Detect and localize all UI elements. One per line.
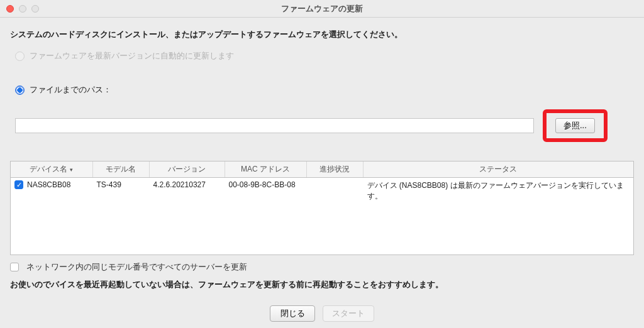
cell-version: 4.2.6.20210327	[149, 178, 225, 205]
file-path-label: ファイルまでのパス：	[30, 84, 111, 96]
option-file-path[interactable]: ファイルまでのパス：	[15, 84, 634, 96]
col-header-progress[interactable]: 進捗状況	[306, 161, 363, 178]
cell-model: TS-439	[92, 178, 149, 205]
window-controls	[6, 5, 39, 13]
device-table: デバイス名▾ モデル名 バージョン MAC アドレス 進捗状況 ステータス ✓ …	[10, 161, 634, 255]
radio-file-path[interactable]	[15, 85, 25, 95]
advice-text: お使いのでバイスを最近再起動していない場合は、ファームウェアを更新する前に再起動…	[10, 279, 634, 290]
dialog-footer: 閉じる スタート	[0, 305, 644, 322]
start-button: スタート	[323, 305, 374, 322]
same-model-label: ネットワーク内の同じモデル番号ですべてのサーバーを更新	[26, 261, 247, 273]
option-auto-update: ファームウェアを最新バージョンに自動的に更新します	[15, 50, 634, 62]
col-header-model[interactable]: モデル名	[92, 161, 149, 178]
sort-caret-icon: ▾	[70, 167, 73, 173]
path-input[interactable]	[15, 118, 534, 133]
cell-progress	[306, 178, 363, 205]
close-window-icon[interactable]	[6, 5, 14, 13]
row-checkbox[interactable]: ✓	[14, 180, 23, 189]
same-model-checkbox[interactable]: ✓	[10, 263, 19, 271]
cell-device: NAS8CBB08	[27, 180, 70, 189]
zoom-window-icon	[31, 5, 39, 13]
browse-highlight: 参照...	[543, 109, 608, 142]
cell-mac: 00-08-9B-8C-BB-08	[225, 178, 306, 205]
instruction-text: システムのハードディスクにインストール、またはアップデートするファームウェアを選…	[10, 29, 634, 40]
table-row[interactable]: ✓ NAS8CBB08 TS-439 4.2.6.20210327 00-08-…	[11, 178, 633, 205]
col-header-version[interactable]: バージョン	[149, 161, 225, 178]
browse-button[interactable]: 参照...	[555, 118, 595, 133]
window-title: ファームウェアの更新	[281, 3, 363, 14]
col-header-status[interactable]: ステータス	[363, 161, 633, 178]
close-button[interactable]: 閉じる	[270, 305, 315, 322]
cell-status: デバイス (NAS8CBB08) は最新のファームウェアバージョンを実行していま…	[363, 178, 633, 205]
auto-update-label: ファームウェアを最新バージョンに自動的に更新します	[30, 50, 234, 62]
radio-auto-update	[15, 52, 25, 61]
minimize-window-icon	[19, 5, 26, 13]
titlebar: ファームウェアの更新	[0, 0, 644, 18]
path-row: 参照...	[10, 109, 634, 142]
col-header-mac[interactable]: MAC アドレス	[225, 161, 306, 178]
same-model-option[interactable]: ✓ ネットワーク内の同じモデル番号ですべてのサーバーを更新	[10, 261, 634, 273]
col-header-device[interactable]: デバイス名▾	[11, 161, 92, 178]
